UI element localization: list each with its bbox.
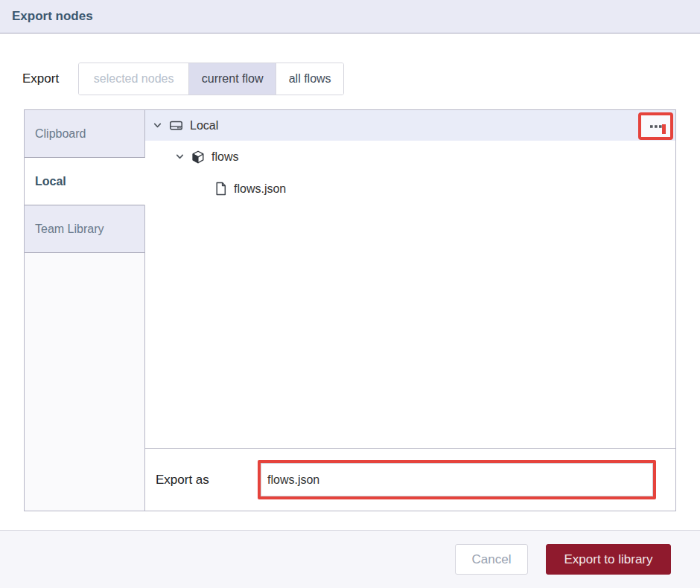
filename-input[interactable] (261, 463, 653, 496)
tree-row-flows-label: flows (211, 150, 238, 164)
export-type-label: Export (22, 71, 59, 86)
tree-row-flows[interactable]: flows (145, 141, 675, 173)
export-as-label: Export as (156, 473, 209, 488)
filename-input-annotation (258, 460, 656, 499)
export-as-row: Export as (145, 448, 675, 511)
tree-row-local-label: Local (190, 119, 218, 132)
export-option-selected-nodes[interactable]: selected nodes (79, 63, 188, 95)
library-tab-clipboard[interactable]: Clipboard (25, 110, 145, 158)
library-browser-panel: Clipboard Local Team Library Local (24, 109, 676, 511)
library-sidebar-filler (25, 253, 145, 511)
library-menu-button[interactable] (638, 112, 673, 140)
library-tree-area: Local (145, 110, 675, 511)
tree-row-flows-json-label: flows.json (234, 182, 286, 196)
hard-drive-icon (169, 118, 183, 132)
library-sidebar: Clipboard Local Team Library (25, 110, 145, 511)
export-type-row: Export selected nodes current flow all f… (22, 63, 344, 95)
package-icon (191, 150, 205, 164)
library-tab-local-label: Local (35, 175, 66, 188)
library-tab-clipboard-label: Clipboard (35, 127, 86, 141)
dialog-footer: Cancel Export to library (0, 530, 700, 588)
chevron-down-icon[interactable] (175, 152, 185, 162)
file-icon (214, 182, 227, 196)
tree-row-flows-json[interactable]: flows.json (145, 173, 675, 205)
library-tab-local[interactable]: Local (25, 158, 145, 205)
library-tab-team-library-label: Team Library (35, 223, 104, 236)
cancel-button[interactable]: Cancel (455, 544, 528, 575)
library-tab-team-library[interactable]: Team Library (25, 205, 145, 253)
export-option-all-flows[interactable]: all flows (276, 63, 343, 95)
export-option-current-flow[interactable]: current flow (188, 63, 276, 95)
tree-row-local[interactable]: Local (145, 110, 675, 141)
ellipsis-icon (649, 124, 663, 129)
annotation-red-tick (662, 124, 666, 134)
export-to-library-button[interactable]: Export to library (546, 544, 671, 575)
chevron-down-icon[interactable] (153, 121, 162, 130)
export-type-segmented-control: selected nodes current flow all flows (78, 63, 344, 95)
tree-empty-space (145, 205, 675, 448)
dialog-header: Export nodes (0, 0, 700, 33)
dialog-title: Export nodes (12, 9, 93, 24)
